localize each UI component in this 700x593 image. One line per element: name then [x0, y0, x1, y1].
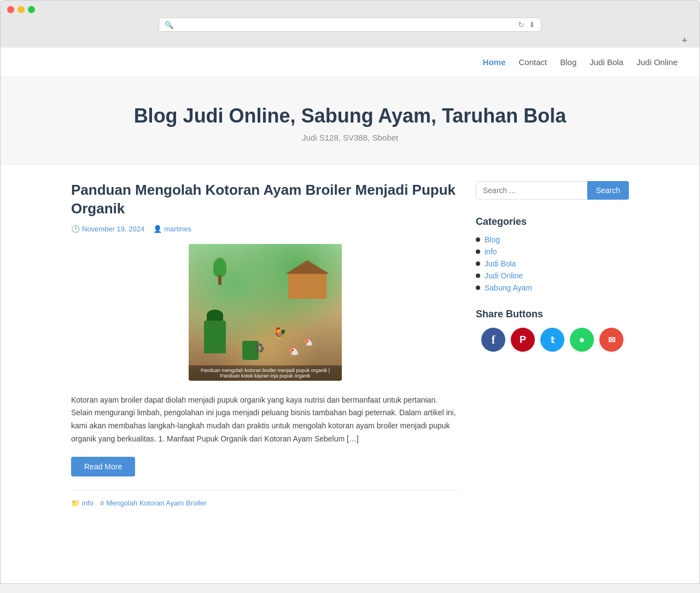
article-author[interactable]: martines — [164, 225, 191, 233]
article-meta: 🕐 November 19, 2024 👤 martines — [71, 225, 459, 233]
search-box: Search — [476, 181, 629, 200]
nav-contact[interactable]: Contact — [519, 57, 547, 67]
tree-decoration — [212, 258, 228, 285]
article-tag[interactable]: Mengolah Kotoran Ayam Broiler — [106, 499, 206, 507]
maximize-button[interactable] — [28, 6, 35, 13]
bullet-icon — [476, 274, 480, 278]
refresh-icon[interactable]: ↻ — [518, 20, 524, 29]
content-area: Panduan Mengolah Kotoran Ayam Broiler Me… — [71, 181, 459, 507]
category-item-sabung-ayam: Sabung Ayam — [476, 283, 629, 292]
minimize-button[interactable] — [18, 6, 25, 13]
pinterest-icon: P — [520, 334, 526, 346]
category-item-info: info — [476, 247, 629, 256]
email-icon: ✉ — [608, 335, 615, 345]
image-caption: Panduan mengolah kotoran broiler menjadi… — [189, 365, 342, 381]
category-link-judi-bola[interactable]: Judi Bola — [485, 259, 516, 268]
browser-chrome: 🔍 ↻ ⬇ + — [0, 0, 700, 48]
chicken-3: 🐔 — [304, 338, 313, 346]
share-heading: Share Buttons — [476, 309, 629, 320]
url-input[interactable] — [178, 21, 514, 29]
browser-traffic-lights — [7, 6, 693, 13]
chicken-2: 🐔 — [288, 346, 299, 356]
download-icon[interactable]: ⬇ — [529, 20, 535, 29]
article-excerpt: Kotoran ayam broiler dapat diolah menjad… — [71, 394, 459, 446]
category-link-sabung-ayam[interactable]: Sabung Ayam — [485, 283, 532, 292]
article-author-container: 👤 martines — [153, 225, 191, 233]
category-link-info[interactable]: info — [485, 247, 497, 256]
clock-icon: 🕐 — [71, 225, 80, 233]
site-tagline: Judi S128, SV388, Sbobet — [11, 133, 689, 142]
user-icon: 👤 — [153, 225, 162, 233]
nav-judi-bola[interactable]: Judi Bola — [590, 57, 623, 67]
article-date-container: 🕐 November 19, 2024 — [71, 225, 144, 233]
search-button[interactable]: Search — [587, 181, 629, 200]
share-whatsapp-button[interactable]: ● — [570, 328, 594, 352]
share-email-button[interactable]: ✉ — [599, 328, 623, 352]
category-item-judi-online: Judi Online — [476, 271, 629, 280]
close-button[interactable] — [7, 6, 14, 13]
house-decoration — [288, 271, 326, 299]
article-title: Panduan Mengolah Kotoran Ayam Broiler Me… — [71, 181, 459, 218]
category-link-judi-online[interactable]: Judi Online — [485, 271, 523, 280]
article-tag-container: # Mengolah Kotoran Ayam Broiler — [100, 499, 207, 507]
facebook-icon: f — [492, 334, 495, 346]
categories-list: Blog info Judi Bola Judi Online — [476, 235, 629, 292]
bullet-icon — [476, 286, 480, 290]
search-input[interactable] — [476, 181, 587, 200]
categories-section: Categories Blog info Judi Bola — [476, 216, 629, 292]
nav-blog[interactable]: Blog — [560, 57, 576, 67]
article-image-inner: 🐓 🐔 🐔 ♻ — [189, 244, 342, 381]
article-image: 🐓 🐔 🐔 ♻ Panduan mengolah kotoran broiler… — [189, 244, 342, 381]
recycle-icon: ♻ — [253, 341, 265, 356]
read-more-button[interactable]: Read More — [71, 457, 135, 476]
main-content: Panduan Mengolah Kotoran Ayam Broiler Me… — [49, 165, 651, 524]
top-navigation: Home Contact Blog Judi Bola Judi Online — [1, 48, 699, 77]
bullet-icon — [476, 237, 480, 242]
figure-decoration — [204, 321, 226, 353]
bullet-icon — [476, 249, 480, 254]
category-item-blog: Blog — [476, 235, 629, 244]
address-bar[interactable]: 🔍 ↻ ⬇ — [159, 18, 541, 32]
share-section: Share Buttons f P 𝕥 ● ✉ — [476, 309, 629, 352]
search-icon: 🔍 — [165, 21, 173, 29]
site-header: Blog Judi Online, Sabung Ayam, Taruhan B… — [1, 77, 699, 165]
category-item-judi-bola: Judi Bola — [476, 259, 629, 268]
article-category[interactable]: info — [82, 499, 94, 507]
folder-icon: 📁 — [71, 499, 80, 507]
share-pinterest-button[interactable]: P — [511, 328, 535, 352]
share-facebook-button[interactable]: f — [481, 328, 505, 352]
share-twitter-button[interactable]: 𝕥 — [540, 328, 564, 352]
article-date[interactable]: November 19, 2024 — [82, 225, 144, 233]
new-tab-button[interactable]: + — [678, 34, 691, 48]
tag-icon: # — [100, 499, 104, 507]
article-footer: 📁 info # Mengolah Kotoran Ayam Broiler — [71, 490, 459, 507]
chicken-1: 🐓 — [273, 327, 287, 340]
site-wrapper: Home Contact Blog Judi Bola Judi Online … — [0, 48, 700, 584]
nav-judi-online[interactable]: Judi Online — [637, 57, 678, 67]
site-title: Blog Judi Online, Sabung Ayam, Taruhan B… — [11, 104, 689, 127]
nav-home[interactable]: Home — [483, 57, 506, 67]
share-buttons: f P 𝕥 ● ✉ — [476, 328, 629, 352]
twitter-icon: 𝕥 — [551, 335, 555, 345]
whatsapp-icon: ● — [579, 334, 585, 346]
categories-heading: Categories — [476, 216, 629, 228]
article: Panduan Mengolah Kotoran Ayam Broiler Me… — [71, 181, 459, 507]
category-link-blog[interactable]: Blog — [485, 235, 500, 244]
sidebar: Search Categories Blog info Jud — [476, 181, 629, 368]
bullet-icon — [476, 261, 480, 266]
article-category-container: 📁 info — [71, 499, 94, 507]
